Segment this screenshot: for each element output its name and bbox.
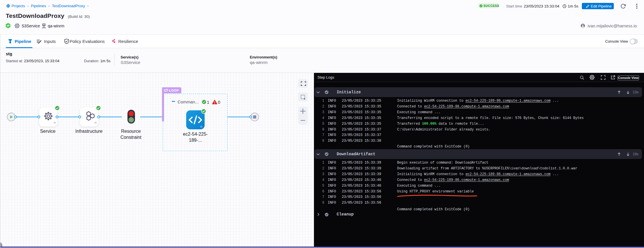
svg-text:‹/›: ‹/› xyxy=(200,125,203,128)
svg-text:Resource: Resource xyxy=(121,129,141,134)
svg-text:1: 1 xyxy=(207,100,209,105)
svg-text:‹/›: ‹/› xyxy=(94,121,97,124)
svg-text:Infrastructure: Infrastructure xyxy=(75,129,102,134)
svg-text:LOOP: LOOP xyxy=(169,89,179,92)
svg-text:0: 0 xyxy=(218,100,220,105)
svg-text:Service: Service xyxy=(40,129,55,134)
svg-text:‹/›: ‹/› xyxy=(54,121,56,124)
svg-text:ec2-54-225-: ec2-54-225- xyxy=(183,132,208,137)
svg-text:Comman...: Comman... xyxy=(178,99,199,104)
svg-text:Constraint: Constraint xyxy=(121,135,142,140)
svg-text:189-...: 189-... xyxy=(189,138,202,143)
